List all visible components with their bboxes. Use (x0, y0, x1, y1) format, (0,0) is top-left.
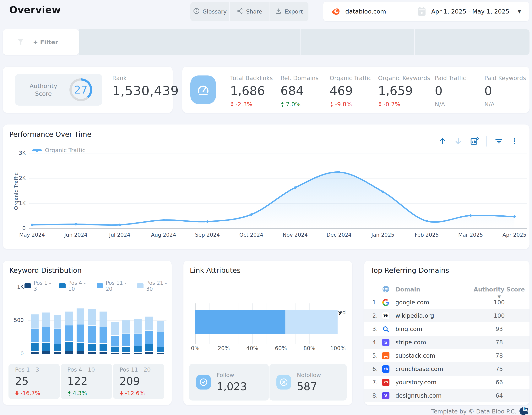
row-rank: 2. (372, 312, 378, 319)
row-rank: 8. (372, 392, 378, 399)
bar-segment (42, 351, 50, 354)
glossary-button[interactable]: Glossary (190, 2, 229, 21)
more-options-icon[interactable] (511, 137, 518, 145)
x-circle-icon (276, 375, 291, 389)
filter-label: + Filter (33, 39, 58, 46)
row-rank: 4. (372, 339, 378, 346)
page-title: Overview (9, 4, 61, 15)
bar-dec-2024[interactable] (111, 322, 119, 354)
table-row-bing-com[interactable]: 3.bing.com93 (364, 322, 530, 336)
bar-segment (134, 346, 142, 352)
x-tick-label: Aug 2024 (148, 232, 179, 238)
bar-may-2024[interactable] (31, 314, 38, 354)
bar-segment (54, 329, 61, 344)
chart-settings-icon[interactable] (470, 136, 479, 146)
bar-segment (122, 347, 130, 352)
keyword-distribution-card: Keyword Distribution Pos 1 - 3Pos 4 - 10… (3, 261, 172, 405)
bar-nov-2024[interactable] (100, 311, 107, 354)
table-row-google-com[interactable]: 1.google.com100 (364, 296, 530, 309)
bar-segment (134, 353, 142, 354)
export-icon (275, 8, 282, 16)
metric-delta: N/A (484, 101, 526, 108)
stacked-bars (29, 287, 166, 354)
filter-slot-divider (414, 29, 415, 55)
bar-segment (100, 352, 107, 354)
table-row-partial[interactable] (364, 402, 530, 405)
metric-organic-keywords: Organic Keywords1,659-0.7% (378, 75, 430, 108)
stat-value: 25 (15, 375, 60, 387)
domain-date-selector[interactable]: databloo.com Apr 1, 2025 - May 1, 2025 ▼ (323, 1, 529, 21)
bar-segment (134, 334, 142, 346)
performance-legend: Organic Traffic (32, 147, 85, 154)
bar-segment (88, 352, 96, 354)
bar-sep-2024[interactable] (76, 309, 84, 354)
metric-value: 1,659 (378, 84, 430, 98)
share-icon (237, 8, 243, 16)
bar-segment (157, 332, 164, 347)
authority-score-gauge: 27 (69, 78, 92, 101)
table-row-substack-com[interactable]: 5.substack.com78 (364, 349, 530, 362)
row-rank: 3. (372, 326, 378, 332)
row-rank: 1. (372, 299, 378, 306)
bar-segment (31, 343, 38, 351)
add-filter-button[interactable]: + Filter (3, 29, 79, 55)
metric-ref-domains: Ref. Domains6847.0% (280, 75, 318, 108)
table-row-wikipedia-org[interactable]: 2.Wwikipedia.org100 (364, 309, 530, 322)
bar-mar-2025[interactable] (145, 317, 153, 354)
bar-segment (111, 353, 119, 354)
crunchbase-favicon-icon: cb (382, 365, 390, 373)
bar-segment (76, 351, 84, 354)
speedometer-icon (190, 76, 216, 104)
top-referring-domains-card: Top Referring Domains Domain Authority S… (364, 261, 530, 405)
row-authority-score: 78 (472, 352, 526, 359)
table-row-designrush-com[interactable]: 8.Vdesignrush.com64 (364, 389, 530, 402)
bar-jul-2024[interactable] (54, 315, 61, 354)
gridline (29, 153, 527, 154)
table-row-yourstory-com[interactable]: 7.YSyourstory.com66 (364, 376, 530, 389)
performance-title: Performance Over Time (9, 130, 91, 138)
metric-label: Paid Keywords (484, 75, 526, 81)
table-row-stripe-com[interactable]: 4.Sstripe.com78 (364, 336, 530, 349)
x-tick-label: Jan 2025 (368, 232, 398, 238)
header-actions: GlossaryShareExport (190, 2, 308, 21)
bar-jun-2024[interactable] (42, 312, 50, 354)
table-row-crunchbase-com[interactable]: 6.cbcrunchbase.com75 (364, 362, 530, 376)
bar-segment (111, 322, 119, 335)
filter-slots[interactable] (79, 29, 530, 55)
filter-chart-icon[interactable] (494, 137, 503, 145)
pager-next-icon[interactable]: › (338, 308, 342, 318)
date-range: Apr 1, 2025 - May 1, 2025 (431, 8, 509, 15)
bar-segment (145, 352, 153, 354)
x-axis-line (28, 354, 166, 354)
row-domain: crunchbase.com (395, 366, 443, 372)
row-rank: 5. (372, 352, 378, 359)
bar-aug-2024[interactable] (65, 311, 73, 354)
bar-jan-2025[interactable] (122, 320, 130, 354)
export-button[interactable]: Export (269, 2, 308, 21)
metric-value: 684 (280, 84, 318, 98)
row-authority-score: 64 (472, 392, 526, 399)
bar-segment (31, 314, 38, 328)
bar-apr-2025[interactable] (157, 321, 164, 354)
bar-segment (111, 336, 119, 347)
x-tick-label: 0% (184, 345, 207, 351)
google-favicon-icon (382, 299, 390, 306)
column-header-domain[interactable]: Domain (395, 286, 420, 293)
dropdown-caret-icon[interactable]: ▼ (518, 9, 521, 14)
metric-delta: -2.3% (230, 101, 273, 108)
row-authority-score: 78 (472, 339, 526, 346)
bar-segment (100, 344, 107, 351)
y-tick-label: 500 (6, 317, 24, 323)
sort-ascending-icon[interactable] (438, 137, 447, 145)
bar-feb-2025[interactable] (134, 319, 142, 354)
share-button[interactable]: Share (230, 2, 269, 21)
bar-oct-2024[interactable] (88, 309, 96, 354)
metric-value: 0 (484, 84, 526, 98)
sort-descending-icon[interactable] (454, 137, 463, 145)
link-attributes-bar[interactable] (195, 310, 338, 334)
performance-y-axis-title: Organic Traffic (13, 166, 19, 216)
x-tick-label: Oct 2024 (236, 232, 267, 238)
row-authority-score: 75 (472, 366, 526, 372)
table-header: Domain Authority Score ▼ (364, 283, 530, 296)
bar-segment (54, 315, 61, 328)
